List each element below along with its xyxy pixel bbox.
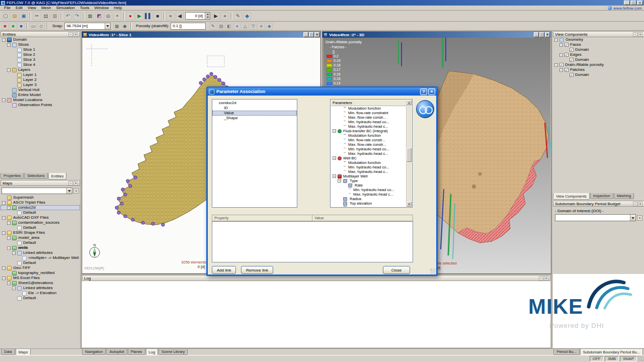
tree-expander-icon[interactable]: − [2, 216, 6, 220]
tree-expander-icon[interactable]: − [7, 206, 11, 210]
tree-item-supermesh[interactable]: Supermesh [1, 195, 80, 200]
tab-meshing[interactable]: Meshing [614, 193, 634, 199]
minimize-view-button[interactable] [303, 32, 308, 37]
tree-item-default[interactable]: Default [1, 240, 80, 245]
menu-simulation[interactable]: Simulation [53, 6, 77, 11]
tree-expander-icon[interactable]: − [12, 251, 16, 255]
minimize-view-button[interactable] [534, 32, 539, 37]
copy-icon[interactable]: ▤ [42, 12, 50, 20]
close-window-button[interactable] [637, 1, 643, 5]
spin-down-icon[interactable] [205, 16, 210, 20]
edit-parameters-icon[interactable]: ✎ [234, 12, 242, 20]
tree-item-model-locations[interactable]: −Model Locations [1, 98, 80, 103]
tree-item-value[interactable]: Value [212, 111, 297, 116]
snap-to-grid-icon[interactable]: ▦ [113, 23, 120, 30]
undock-panel-icon[interactable] [68, 181, 73, 186]
tree-item-top-elevation[interactable]: Top elevation [331, 201, 406, 206]
save-file-icon[interactable]: ▣ [20, 12, 28, 20]
tree-item-esri-shape-files[interactable]: −ESRI Shape Files [1, 230, 80, 235]
tree-item-id[interactable]: ID [212, 106, 297, 111]
tab-view-components[interactable]: View Components [553, 193, 590, 200]
undo-icon[interactable]: ↶ [64, 12, 72, 20]
tree-item-max-flow-rate-constr[interactable]: Max. flow-rate constr... [331, 142, 406, 147]
tree-item-drain-fillable-porosity[interactable]: −✓Drain-/fillable porosity [553, 62, 644, 67]
tab-inspection[interactable]: Inspection [590, 193, 613, 199]
tab-period-bu[interactable]: Period Bu... [553, 349, 579, 355]
menu-window[interactable]: Window [92, 6, 111, 11]
tree-expander-icon[interactable]: − [554, 38, 558, 42]
tree-expander-icon[interactable]: − [7, 236, 11, 240]
tree-expander-icon[interactable]: − [12, 287, 16, 290]
tree-expander-icon[interactable]: − [7, 282, 11, 285]
menu-tools[interactable]: Tools [77, 6, 92, 11]
tree-item-fluid-transfer-bc-integral[interactable]: −Fluid-transfer BC (Integral) [331, 129, 406, 133]
tree-expander-icon[interactable]: − [333, 129, 336, 133]
tree-item-geo-tiff[interactable]: −Geo-TIFF [1, 265, 80, 270]
tab-selections[interactable]: Selections [24, 173, 48, 179]
log-output-area[interactable] [82, 281, 550, 347]
tab-autopilot[interactable]: Autopilot [106, 349, 127, 355]
tree-item-layer-3[interactable]: Layer 3 [1, 82, 80, 87]
tree-item-multilayer-well[interactable]: −Multilayer Well [331, 174, 406, 178]
tree-item-domain[interactable]: ✓Domain [553, 72, 644, 77]
element-selection-icon[interactable]: △ [242, 23, 249, 30]
close-panel-icon[interactable] [73, 32, 78, 37]
tree-item-slice-2[interactable]: Slice 2 [1, 52, 80, 57]
tree-item-max-flow-rate-constr[interactable]: Max. flow-rate constr... [331, 115, 406, 120]
visibility-checkbox[interactable]: ✓ [565, 53, 569, 57]
interpolate-values-icon[interactable]: ◧ [225, 23, 232, 30]
pause-simulation-icon[interactable]: ▌▌ [144, 12, 152, 20]
budget-settings-icon[interactable]: ■ [18, 23, 25, 30]
scrollbar-thumb[interactable] [407, 148, 412, 162]
tree-item-layers[interactable]: −Layers [1, 67, 80, 72]
tree-item-multiple-multilayer-well[interactable]: <multiple> -> Multilayer Well [1, 255, 80, 260]
tree-item-topography-rectified[interactable]: topography_rectified [1, 270, 80, 276]
redo-icon[interactable]: ↷ [73, 12, 81, 20]
tree-item-slice-3[interactable]: Slice 3 [1, 57, 80, 62]
app-titlebar[interactable]: FEFLOW 7.0 @ KAI1 [C:\MyFiles\FEFLOW\vid… [0, 0, 644, 6]
tree-item-vertical-hull[interactable]: Vertical Hull [1, 87, 80, 93]
tree-expander-icon[interactable]: − [338, 179, 341, 183]
tree-item-max-hydraulic-head-c[interactable]: Max. hydraulic-head c... [331, 124, 406, 129]
doi-select[interactable] [555, 214, 636, 221]
select-polygon-icon[interactable]: ◇ [38, 23, 45, 30]
tree-item-rate[interactable]: Rate [331, 183, 406, 188]
tree-item-ms-excel-files[interactable]: −MS Excel Files [1, 276, 80, 281]
open-file-icon[interactable]: ▨ [11, 12, 19, 20]
tree-item-min-hydraulic-head-co[interactable]: Min. hydraulic-head co... [331, 188, 406, 192]
close-panel-icon[interactable] [73, 181, 78, 186]
tree-item-radius[interactable]: Radius [331, 197, 406, 201]
tree-item-default[interactable]: Default [1, 296, 80, 301]
tab-data[interactable]: Data [1, 349, 15, 355]
tree-item-well-bc[interactable]: −Well BC [331, 156, 406, 160]
maps-filter-select[interactable] [2, 188, 72, 194]
tree-item-slice-1[interactable]: Slice 1 [1, 47, 80, 52]
paste-icon[interactable]: ▥ [51, 12, 59, 20]
tree-item-conduc2d[interactable]: conduc2d [212, 101, 297, 106]
previous-timestep-icon[interactable]: ◀ [176, 12, 184, 20]
tree-item-layer-2[interactable]: Layer 2 [1, 77, 80, 82]
cut-icon[interactable]: ✂ [33, 12, 41, 20]
snap-distance-select[interactable]: 98.7534 [m] [64, 23, 111, 30]
tree-expander-icon[interactable]: − [2, 201, 6, 205]
tree-expander-icon[interactable]: − [2, 277, 6, 280]
tree-item-model-area[interactable]: −model_area [1, 235, 80, 240]
parameters-scrollbar[interactable] [406, 100, 412, 207]
tree-item-max-hydraulic-head-c[interactable]: Max. hydraulic-head c... [331, 151, 406, 156]
stop-simulation-icon[interactable]: ■ [153, 12, 162, 20]
close-panel-icon[interactable] [638, 32, 642, 37]
tree-expander-icon[interactable]: − [554, 63, 558, 67]
tree-item-geometry[interactable]: −Geometry [553, 37, 644, 42]
tree-expander-icon[interactable]: − [7, 221, 11, 225]
dialog-titlebar[interactable]: Parameter Association [207, 87, 437, 96]
face-selection-icon[interactable]: ▽ [250, 23, 257, 30]
store-selection-icon[interactable]: ◈ [266, 23, 273, 30]
mesh-editor-icon[interactable]: ▦ [86, 12, 94, 20]
visibility-checkbox[interactable]: ✓ [565, 68, 569, 72]
tree-item-ele-elevation[interactable]: Ele -> Elevation [1, 291, 80, 296]
tree-item-conduc2d[interactable]: −conduc2d [1, 205, 80, 210]
tree-item-default[interactable]: Default [1, 210, 80, 215]
tree-item-contamination-sources[interactable]: −contamination_sources [1, 220, 80, 225]
tree-item-slice-4[interactable]: Slice 4 [1, 62, 80, 67]
feflow-website-link[interactable]: www.feflow.com [608, 6, 642, 11]
